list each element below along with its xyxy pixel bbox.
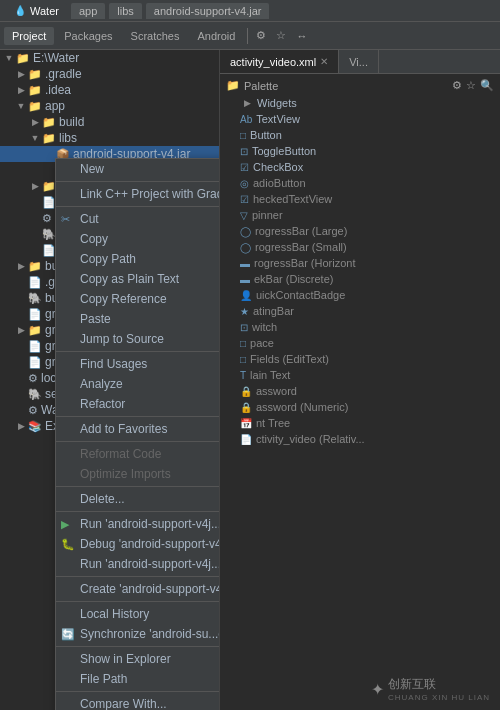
cm-delete[interactable]: Delete... Delete [56, 489, 220, 509]
palette-settings-icon[interactable]: ⚙ [452, 79, 462, 92]
palette-item-password[interactable]: 🔒 assword [220, 383, 500, 399]
cm-find-usages-label: Find Usages [80, 357, 147, 371]
title-tab-jar[interactable]: android-support-v4.jar [146, 3, 270, 19]
cm-create-label: Create 'android-support-v4j...'... [80, 582, 220, 596]
progress-large-icon: ◯ [240, 226, 251, 237]
cm-run[interactable]: ▶ Run 'android-support-v4j...' Ctrl+Shif… [56, 514, 220, 534]
palette-item-progressbar-small[interactable]: ◯ rogressBar (Small) [220, 239, 500, 255]
palette-item-radiobutton[interactable]: ◎ adioButton [220, 175, 500, 191]
plaintext-icon: T [240, 370, 246, 381]
title-tab-app[interactable]: app [71, 3, 105, 19]
water-icon: 💧 [14, 5, 26, 16]
sync-icon: 🔄 [61, 628, 75, 641]
cm-refactor[interactable]: Refactor ▶ [56, 394, 220, 414]
palette-item-label: pace [250, 337, 274, 349]
main-layout: 📁 E:\Water 📁 .gradle 📁 .idea 📁 app [0, 50, 500, 710]
palette-item-date-tree[interactable]: 📅 nt Tree [220, 415, 500, 431]
cm-copy-path[interactable]: Copy Path [56, 249, 220, 269]
palette-item-label: Fields (EditText) [250, 353, 329, 365]
cm-local-history-label: Local History [80, 607, 149, 621]
palette-item-activity-video[interactable]: 📄 ctivity_video (Relativ... [220, 431, 500, 447]
editor-tab-activity-video[interactable]: activity_video.xml ✕ [220, 50, 339, 73]
palette-item-progressbar-large[interactable]: ◯ rogressBar (Large) [220, 223, 500, 239]
cm-link-cpp[interactable]: Link C++ Project with Gradle [56, 184, 220, 204]
cm-copy[interactable]: Copy Ctrl+C [56, 229, 220, 249]
cm-create[interactable]: Create 'android-support-v4j...'... [56, 579, 220, 599]
palette-item-button[interactable]: □ Button [220, 127, 500, 143]
palette-item-checkedtextview[interactable]: ☑ heckedTextView [220, 191, 500, 207]
cm-reformat-label: Reformat Code [80, 447, 161, 461]
cm-copy-plain[interactable]: Copy as Plain Text [56, 269, 220, 289]
cm-copy-ref[interactable]: Copy Reference Ctrl+Alt+Shift+C [56, 289, 220, 309]
editor-tab-vi[interactable]: Vi... [339, 50, 379, 73]
settings-button[interactable]: ⚙ [252, 27, 270, 44]
tab-label: Scratches [131, 30, 180, 42]
palette-star-icon[interactable]: ☆ [466, 79, 476, 92]
palette-item-label: ekBar (Discrete) [254, 273, 333, 285]
star-button[interactable]: ☆ [272, 27, 290, 44]
palette-header: 📁 Palette ⚙ ☆ 🔍 [220, 76, 500, 95]
palette-item-quickcontact[interactable]: 👤 uickContactBadge [220, 287, 500, 303]
activity-icon: 📄 [240, 434, 252, 445]
palette-item-plaintext[interactable]: T lain Text [220, 367, 500, 383]
cm-paste[interactable]: Paste Ctrl+V [56, 309, 220, 329]
palette-item-spinner[interactable]: ▽ pinner [220, 207, 500, 223]
context-menu: New ▶ Link C++ Project with Gradle ✂ Cut… [55, 158, 220, 710]
palette-item-label: pinner [252, 209, 283, 221]
palette-item-space[interactable]: □ pace [220, 335, 500, 351]
cut-icon: ✂ [61, 213, 70, 226]
cm-show-explorer[interactable]: Show in Explorer [56, 649, 220, 669]
cm-find-usages[interactable]: Find Usages Alt+F7 [56, 354, 220, 374]
cm-new[interactable]: New ▶ [56, 159, 220, 179]
palette-item-password-numeric[interactable]: 🔒 assword (Numeric) [220, 399, 500, 415]
palette-item-label: rogressBar (Large) [255, 225, 347, 237]
tab-scratches[interactable]: Scratches [123, 27, 188, 45]
cm-compare-with[interactable]: Compare With... Ctrl+D [56, 694, 220, 710]
cm-synchronize[interactable]: 🔄 Synchronize 'android-su...ort-v4.jar' [56, 624, 220, 644]
tab-label: Project [12, 30, 46, 42]
watermark: ✦ 创新互联 CHUANG XIN HU LIAN [371, 676, 490, 702]
cm-cut-label: Cut [80, 212, 99, 226]
cm-local-history[interactable]: Local History ▶ [56, 604, 220, 624]
cm-file-path[interactable]: File Path Ctrl+Alt+F12 [56, 669, 220, 689]
cm-run-coverage[interactable]: Run 'android-support-v4j...' with Covera… [56, 554, 220, 574]
widgets-label: Widgets [257, 97, 297, 109]
palette-item-label: rogressBar (Small) [255, 241, 347, 253]
palette-item-label: ctivity_video (Relativ... [256, 433, 365, 445]
title-tab-water[interactable]: 💧 Water [6, 3, 67, 19]
palette-item-label: assword (Numeric) [256, 401, 348, 413]
cm-debug[interactable]: 🐛 Debug 'android-support-v4j...' [56, 534, 220, 554]
palette-item-togglebutton[interactable]: ⊡ ToggleButton [220, 143, 500, 159]
palette-item-ratingbar[interactable]: ★ atingBar [220, 303, 500, 319]
tab-packages[interactable]: Packages [56, 27, 120, 45]
palette-search-icon[interactable]: 🔍 [480, 79, 494, 92]
fields-icon: □ [240, 354, 246, 365]
title-tab-libs[interactable]: libs [109, 3, 142, 19]
palette-item-2fields[interactable]: □ Fields (EditText) [220, 351, 500, 367]
cm-add-favorites[interactable]: Add to Favorites ▶ [56, 419, 220, 439]
expand-button[interactable]: ↔ [292, 28, 311, 44]
palette-item-label: assword [256, 385, 297, 397]
title-tab-label: Water [30, 5, 59, 17]
cm-run-coverage-label: Run 'android-support-v4j...' with Covera… [80, 557, 220, 571]
space-icon: □ [240, 338, 246, 349]
tab-android[interactable]: Android [189, 27, 243, 45]
cm-jump-source[interactable]: Jump to Source F4 [56, 329, 220, 349]
switch-icon: ⊡ [240, 322, 248, 333]
title-tab-label: android-support-v4.jar [154, 5, 262, 17]
close-icon[interactable]: ✕ [320, 56, 328, 67]
cm-cut[interactable]: ✂ Cut Ctrl+X [56, 209, 220, 229]
project-panel: 📁 E:\Water 📁 .gradle 📁 .idea 📁 app [0, 50, 220, 710]
textview-icon: Ab [240, 114, 252, 125]
tab-project[interactable]: Project [4, 27, 54, 45]
cm-analyze[interactable]: Analyze ▶ [56, 374, 220, 394]
progress-horiz-icon: ▬ [240, 258, 250, 269]
palette-item-seekbar[interactable]: ▬ ekBar (Discrete) [220, 271, 500, 287]
palette-item-progressbar-horiz[interactable]: ▬ rogressBar (Horizont [220, 255, 500, 271]
palette-item-checkbox[interactable]: ☑ CheckBox [220, 159, 500, 175]
cm-sep [56, 441, 220, 442]
cm-sep [56, 181, 220, 182]
title-bar: 💧 Water app libs android-support-v4.jar [0, 0, 500, 22]
palette-item-switch[interactable]: ⊡ witch [220, 319, 500, 335]
palette-item-textview[interactable]: Ab TextView [220, 111, 500, 127]
